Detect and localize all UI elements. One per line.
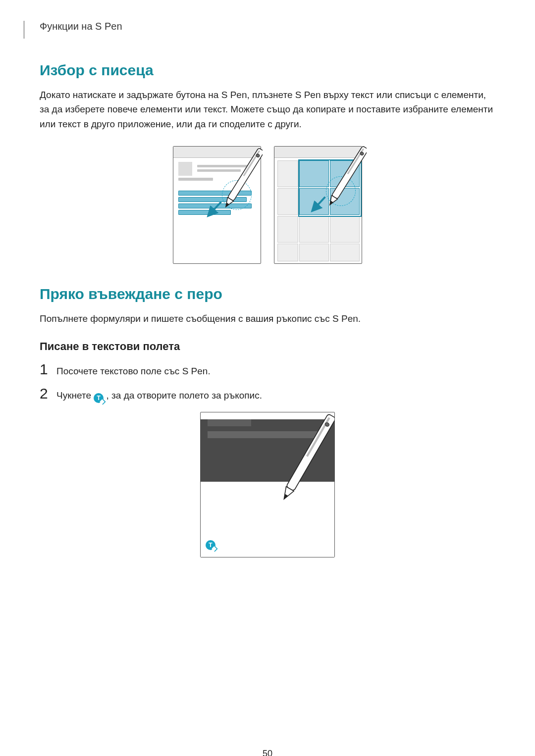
section-title-select-with-pen: Избор с писеца (40, 62, 495, 79)
section1-body: Докато натискате и задържате бутона на S… (40, 88, 495, 131)
figure-handwriting-field: T (200, 412, 335, 557)
step-text: Чукнете T , за да отворите полето за рък… (56, 389, 262, 403)
step-number: 2 (40, 385, 50, 402)
handwriting-t-icon: T (94, 393, 104, 403)
step-1: 1 Посочете текстово поле със S Pen. (40, 361, 495, 379)
figure-row-1 (40, 146, 495, 264)
placeholder-bar (208, 419, 251, 426)
section-title-direct-pen-input: Пряко въвеждане с перо (40, 286, 495, 302)
step-text: Посочете текстово поле със S Pen. (56, 364, 211, 379)
figure-select-text (173, 146, 261, 264)
page-number: 50 (0, 749, 535, 756)
margin-rule (24, 21, 24, 39)
spen-icon (275, 405, 334, 519)
step2-after: , за да отворите полето за ръкопис. (107, 390, 262, 401)
steps-list: 1 Посочете текстово поле със S Pen. 2 Чу… (40, 361, 495, 403)
spen-icon (322, 140, 367, 224)
step2-before: Чукнете (56, 390, 94, 401)
list-thumbnail (178, 162, 192, 176)
running-head: Функции на S Pen (40, 21, 495, 32)
handwriting-t-icon: T (206, 540, 215, 550)
spen-icon (218, 142, 263, 226)
figure-select-grid (274, 146, 362, 264)
subsection-write-in-text-fields: Писане в текстови полета (40, 340, 495, 353)
section2-intro: Попълнете формуляри и пишете съобщения с… (40, 311, 495, 326)
step-2: 2 Чукнете T , за да отворите полето за р… (40, 385, 495, 403)
step-number: 1 (40, 361, 50, 378)
